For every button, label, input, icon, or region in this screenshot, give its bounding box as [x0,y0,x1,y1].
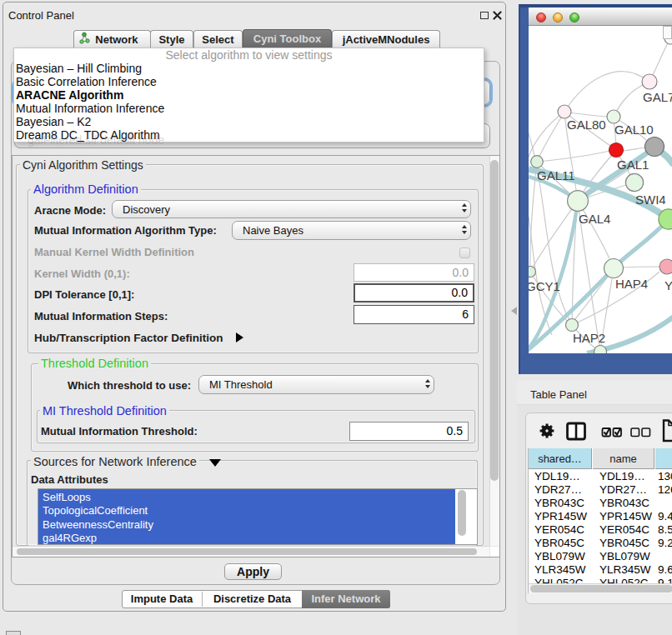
svg-text:GAL10: GAL10 [614,122,654,137]
svg-text:GAL4: GAL4 [579,212,610,226]
svg-text:SWI4: SWI4 [635,192,666,207]
svg-text:GAL1: GAL1 [617,158,649,172]
svg-text:GAL11: GAL11 [537,168,575,182]
svg-text:HAP4: HAP4 [615,277,648,291]
svg-text:Y: Y [664,278,672,292]
svg-text:GCY1: GCY1 [529,279,560,293]
svg-text:GAL7: GAL7 [643,90,672,104]
svg-text:HAP2: HAP2 [573,331,605,345]
svg-text:GAL80: GAL80 [567,118,606,132]
